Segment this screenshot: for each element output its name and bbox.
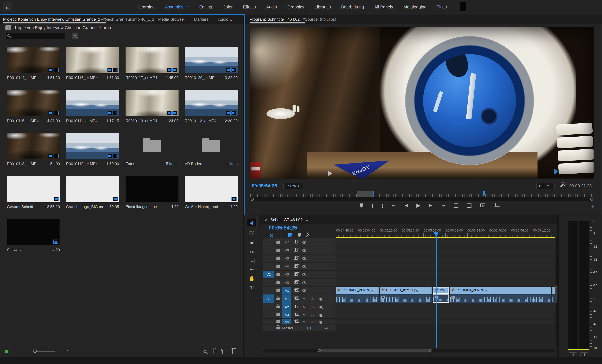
- track-target-v1[interactable]: V1: [282, 287, 291, 294]
- workspace-graphics[interactable]: Graphics: [287, 5, 304, 9]
- project-item[interactable]: Einstellungsebene4:29: [126, 176, 179, 209]
- track-content-v4[interactable]: [336, 263, 555, 270]
- tab-sequence[interactable]: × Schnitt GT 46 b02 ≡: [265, 215, 308, 224]
- sync-lock-icon[interactable]: [291, 320, 300, 323]
- track-content-a1[interactable]: fx fx fx: [336, 294, 555, 303]
- timeline-clip-audio[interactable]: fx: [380, 294, 432, 303]
- track-target-a1[interactable]: A1: [282, 294, 291, 303]
- button-editor-plus[interactable]: +: [591, 204, 594, 209]
- lock-icon[interactable]: [274, 241, 282, 244]
- program-scrollbar[interactable]: [250, 197, 593, 201]
- track-output-eye-icon[interactable]: [300, 241, 308, 244]
- work-area-bar[interactable]: [336, 237, 555, 238]
- solo-button[interactable]: S: [308, 305, 317, 309]
- clip-name[interactable]: R0010118_er.MP4: [7, 162, 39, 166]
- tab-overflow-icon[interactable]: »: [238, 15, 240, 24]
- bowtie-keyframe-icon[interactable]: ▸◂: [325, 326, 327, 330]
- workspace-audio[interactable]: Audio: [266, 5, 277, 9]
- navigate-up-icon[interactable]: ↑: [5, 25, 11, 30]
- clip-name[interactable]: R0010113_er.MP4: [126, 119, 157, 123]
- clip-thumbnail[interactable]: [126, 47, 179, 73]
- bin-name[interactable]: VR Boden: [185, 162, 202, 166]
- workspace-assembly[interactable]: Assembly: [165, 5, 183, 9]
- go-to-out-button[interactable]: ⇥: [441, 203, 445, 208]
- project-item[interactable]: R0010117_er.MP41:45:00: [126, 47, 179, 80]
- track-content-a3[interactable]: [336, 311, 555, 318]
- sync-lock-icon[interactable]: [291, 257, 300, 260]
- timeline-clip-audio[interactable]: fx: [450, 294, 551, 303]
- master-gain-value[interactable]: 0,0: [301, 326, 316, 330]
- pen-tool[interactable]: ✒: [247, 265, 257, 274]
- delete-button[interactable]: [232, 349, 233, 353]
- project-item-folder[interactable]: Fotos5 Items: [126, 133, 179, 166]
- extract-button[interactable]: ↑: [467, 203, 471, 208]
- clip-name[interactable]: Einstellungsebene: [126, 204, 157, 209]
- sync-lock-icon[interactable]: [291, 313, 300, 316]
- track-content-a2[interactable]: [336, 303, 555, 311]
- sync-lock-icon[interactable]: [291, 273, 300, 276]
- voiceover-mic-icon[interactable]: [317, 321, 325, 323]
- solo-button[interactable]: S: [308, 320, 317, 323]
- track-output-eye-icon[interactable]: [300, 289, 308, 292]
- track-target-v5[interactable]: V5: [282, 255, 291, 262]
- zoom-slider-handle[interactable]: [33, 349, 37, 353]
- mute-button[interactable]: M: [300, 305, 308, 309]
- voiceover-mic-icon[interactable]: [317, 298, 325, 300]
- tab-markers[interactable]: Markers: [194, 15, 208, 24]
- clip-name[interactable]: R0010111_er.MP4: [66, 119, 97, 123]
- lock-icon[interactable]: [274, 249, 282, 252]
- go-to-in-button[interactable]: ⇤: [392, 203, 396, 208]
- track-target-v2[interactable]: V2: [282, 279, 291, 286]
- clip-name[interactable]: Cranchi-Logo_BIG.mov: [66, 204, 103, 209]
- clip-thumbnail[interactable]: [66, 133, 119, 159]
- tab-project-kopie[interactable]: Project: Kopie von Enjoy Interview Chris…: [3, 15, 106, 24]
- lock-icon[interactable]: [274, 281, 282, 284]
- program-zoom-range[interactable]: [357, 191, 374, 197]
- close-icon[interactable]: ×: [265, 217, 267, 222]
- track-target-v4[interactable]: V4: [282, 263, 291, 270]
- source-patch-audio[interactable]: A1: [263, 294, 274, 303]
- sync-lock-icon[interactable]: [291, 249, 300, 252]
- clip-thumbnail[interactable]: [185, 90, 238, 116]
- program-current-timecode[interactable]: 00:05:54:25: [252, 183, 277, 188]
- track-target-v7[interactable]: V7: [282, 238, 291, 246]
- clip-thumbnail[interactable]: [66, 176, 119, 202]
- tab-media-browser[interactable]: Media Browser: [158, 15, 185, 24]
- lock-icon[interactable]: [274, 265, 282, 268]
- solo-right-button[interactable]: S: [580, 353, 588, 356]
- project-item[interactable]: R0010115_er.MP44:37:00: [7, 90, 60, 123]
- track-content-a4[interactable]: [336, 319, 555, 324]
- sort-chevron-icon[interactable]: ▾: [66, 349, 68, 353]
- clip-thumbnail[interactable]: [7, 47, 60, 73]
- voiceover-mic-icon[interactable]: [317, 313, 325, 316]
- clip-name[interactable]: Gesamt Schnitt: [7, 204, 33, 209]
- lock-icon[interactable]: [274, 273, 282, 276]
- clip-thumbnail[interactable]: [7, 176, 60, 202]
- track-target-a2[interactable]: A2: [282, 303, 291, 311]
- timeline-clip-video[interactable]: fx R0010081_er.MP4 [V]: [380, 287, 432, 294]
- track-output-eye-icon[interactable]: [300, 249, 308, 252]
- snap-magnet-icon[interactable]: ∩: [279, 233, 282, 238]
- track-select-forward-tool[interactable]: →: [247, 229, 257, 238]
- sync-lock-icon[interactable]: [291, 265, 300, 268]
- search-bin-button[interactable]: [72, 33, 78, 39]
- workspace-color[interactable]: Color: [223, 5, 233, 9]
- timeline-clip-audio[interactable]: [336, 294, 379, 303]
- tab-source[interactable]: Source: (no clips): [305, 15, 336, 24]
- clip-thumbnail[interactable]: [126, 176, 179, 202]
- mute-button[interactable]: M: [300, 320, 308, 323]
- tab-audio-clip-mixer[interactable]: Audio C: [218, 15, 232, 24]
- workspace-effects[interactable]: Effects: [243, 5, 256, 9]
- project-item[interactable]: Weißer Hintergrund4:29: [185, 176, 238, 209]
- linked-selection-icon[interactable]: [288, 233, 292, 237]
- sync-lock-icon[interactable]: [291, 241, 300, 244]
- master-track-content[interactable]: [336, 325, 555, 331]
- new-item-button[interactable]: [222, 349, 223, 353]
- lock-icon[interactable]: [274, 289, 282, 292]
- timeline-playhead-line[interactable]: [436, 235, 437, 348]
- clip-name[interactable]: R0010119_er.MP4: [66, 162, 98, 166]
- lock-icon[interactable]: [274, 320, 282, 323]
- razor-tool[interactable]: ✂: [247, 248, 257, 257]
- track-target-v3[interactable]: V3: [282, 271, 291, 278]
- lift-button[interactable]: ↑: [454, 203, 458, 208]
